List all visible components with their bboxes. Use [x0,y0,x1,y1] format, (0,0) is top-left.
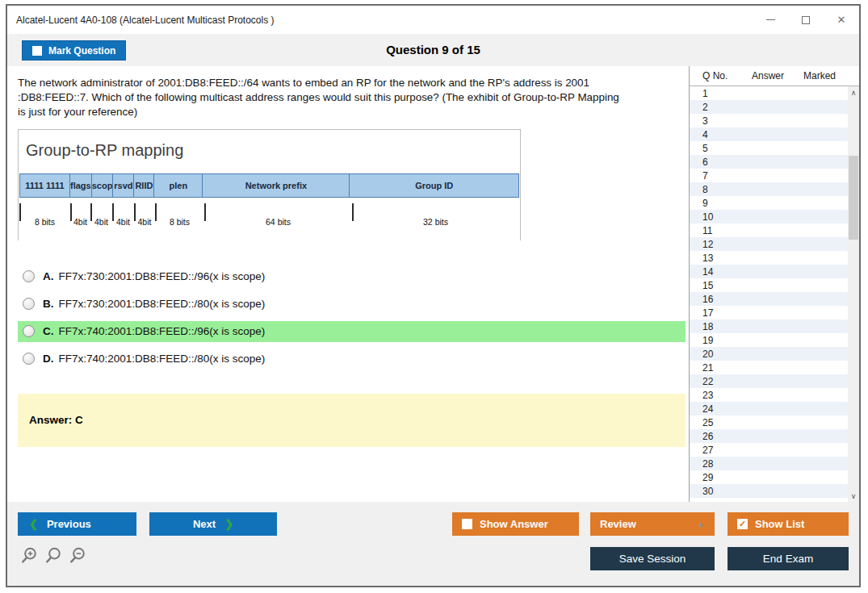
question-row[interactable]: 15 [690,278,848,292]
previous-button[interactable]: ❮ Previous [18,512,136,536]
mark-question-label: Mark Question [48,45,115,56]
scroll-up-button[interactable]: ∧ [848,86,859,98]
question-counter: Question 9 of 15 [7,34,859,66]
maximize-button[interactable] [788,6,824,34]
close-button[interactable]: ✕ [824,6,859,34]
exam-window: Alcatel-Lucent 4A0-108 (Alcatel-Lucent M… [6,4,861,587]
field-cell: plen [153,173,203,198]
column-qno: Q No. [690,70,752,81]
question-row[interactable]: 17 [690,306,848,319]
show-list-button[interactable]: ✓ Show List [728,512,849,536]
field-cell: Group ID [349,173,519,198]
show-answer-button[interactable]: Show Answer [452,512,579,536]
zoom-reset-icon [44,546,63,565]
question-row[interactable]: 4 [690,127,848,141]
question-row[interactable]: 25 [690,416,848,429]
question-row[interactable]: 21 [690,361,848,374]
question-row[interactable]: 10 [690,210,848,223]
field-cell: rsvd [112,173,134,198]
option-row-b[interactable]: B. FF7x:730:2001:DB8:FEED::/80(x is scop… [18,294,686,315]
option-row-c[interactable]: C. FF7x:740:2001:DB8:FEED::/96(x is scop… [18,321,686,342]
zoom-in-button[interactable] [20,546,39,565]
mark-question-button[interactable]: Mark Question [22,40,126,61]
question-row[interactable]: 26 [690,429,848,443]
show-answer-checkbox-icon [462,519,472,529]
question-row[interactable]: 8 [690,182,848,196]
question-row[interactable]: 12 [690,237,848,251]
question-row[interactable]: 3 [690,114,848,127]
question-row[interactable]: 16 [690,292,848,306]
radio-button[interactable] [23,353,35,365]
option-row-d[interactable]: D. FF7x:740:2001:DB8:FEED::/80(x is scop… [18,349,686,370]
question-row[interactable]: 11 [690,223,848,237]
field-cell: RIID [133,173,154,198]
minimize-button[interactable] [753,6,788,34]
previous-label: Previous [47,518,91,530]
column-answer: Answer [752,70,803,81]
question-row[interactable]: 14 [690,265,848,278]
zoom-out-button[interactable] [69,546,87,565]
next-label: Next [193,518,216,530]
question-row[interactable]: 27 [690,443,848,457]
radio-button[interactable] [23,270,35,282]
option-letter: A. [43,270,54,282]
question-row[interactable]: 24 [690,402,848,416]
review-label: Review [600,518,636,530]
answer-box: Answer: C [18,394,686,447]
chevron-left-icon: ❮ [29,518,38,530]
show-list-checkbox-icon: ✓ [737,519,748,529]
question-row[interactable]: 13 [690,251,848,265]
question-row[interactable]: 2 [690,100,848,114]
column-marked: Marked [803,70,859,81]
maximize-icon [802,16,810,24]
ruler-segment: 64 bits [204,203,352,232]
zoom-in-icon [20,546,39,565]
question-row[interactable]: 18 [690,319,848,333]
question-row[interactable]: 30 [690,484,848,498]
end-exam-label: End Exam [763,553,813,565]
question-row[interactable]: 28 [690,457,848,470]
review-button[interactable]: Review ▲ [590,512,715,536]
header-bar: Question 9 of 15 Mark Question [7,34,859,66]
question-row[interactable]: 19 [690,333,848,347]
save-session-button[interactable]: Save Session [590,547,715,570]
zoom-toolbar [20,546,87,565]
zoom-reset-button[interactable] [44,546,63,565]
radio-button[interactable] [23,325,35,337]
window-title: Alcatel-Lucent 4A0-108 (Alcatel-Lucent M… [7,15,274,26]
show-answer-label: Show Answer [480,518,548,530]
question-row[interactable]: 9 [690,196,848,210]
field-cell: 1111 1111 [19,173,70,198]
save-session-label: Save Session [619,553,686,565]
field-cell: Network prefix [202,173,350,198]
question-row[interactable]: 1 [690,86,848,100]
question-row[interactable]: 29 [690,470,848,484]
ruler-segment: 4bit [134,203,155,232]
end-exam-button[interactable]: End Exam [728,547,849,570]
scroll-thumb[interactable] [849,156,858,240]
exhibit-title: Group-to-RP mapping [26,141,520,160]
minimize-icon [766,19,775,20]
radio-button[interactable] [23,298,35,310]
field-cell: scop [91,173,114,198]
question-row[interactable]: 5 [690,141,848,155]
content-area: The network administrator of 2001:DB8:FE… [7,66,859,502]
question-row[interactable]: 20 [690,347,848,361]
question-row[interactable]: 23 [690,388,848,402]
scroll-down-button[interactable]: ∨ [848,490,859,502]
question-list-header: Q No. Answer Marked [690,66,859,86]
options-list: A. FF7x:730:2001:DB8:FEED::/96(x is scop… [18,266,686,370]
question-row[interactable]: 7 [690,169,848,182]
show-list-label: Show List [755,518,804,530]
triangle-up-icon: ▲ [697,520,705,528]
mark-question-checkbox-icon [32,46,42,56]
option-row-a[interactable]: A. FF7x:730:2001:DB8:FEED::/96(x is scop… [18,266,686,287]
option-text: FF7x:740:2001:DB8:FEED::/80(x is scope) [59,353,266,365]
ruler-segment: 8 bits [19,203,70,232]
question-row[interactable]: 6 [690,155,848,169]
scrollbar[interactable]: ∧∨ [848,86,859,502]
next-button[interactable]: Next ❯ [149,512,277,536]
question-row[interactable]: 22 [690,374,848,388]
ruler-segment: 32 bits [352,203,519,232]
option-letter: B. [43,298,54,310]
